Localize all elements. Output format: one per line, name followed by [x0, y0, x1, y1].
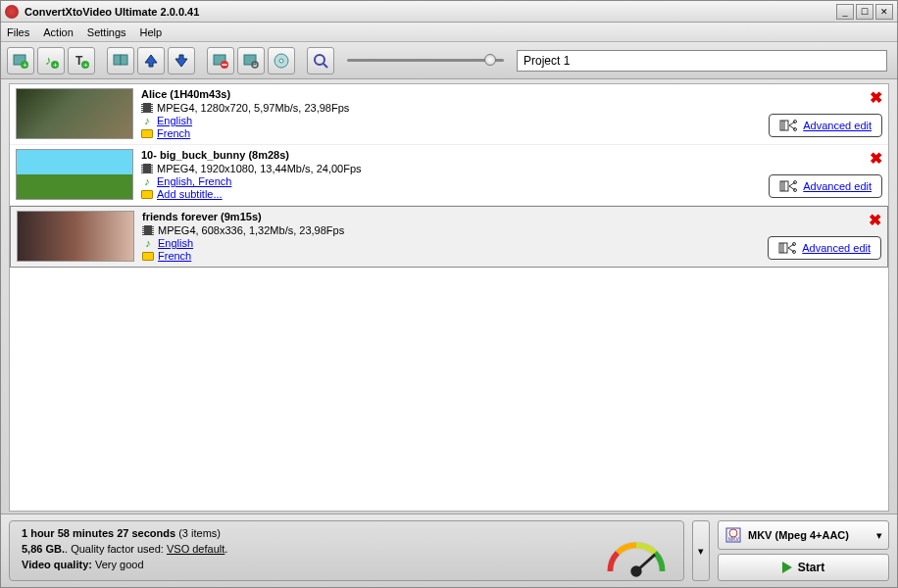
move-down-button[interactable]: [168, 47, 195, 74]
scissors-icon: [778, 241, 796, 255]
menu-files[interactable]: Files: [7, 26, 29, 38]
move-up-button[interactable]: [137, 47, 165, 74]
svg-point-34: [793, 251, 796, 254]
maximize-button[interactable]: ☐: [856, 4, 873, 20]
svg-rect-10: [121, 55, 127, 65]
video-info: MPEG4, 1280x720, 5,97Mb/s, 23,98Fps: [157, 102, 349, 114]
file-list: Alice (1H40m43s) MPEG4, 1280x720, 5,97Mb…: [9, 83, 889, 512]
remove-button[interactable]: [207, 47, 234, 74]
thumbnail: [16, 88, 133, 139]
svg-point-28: [794, 181, 797, 184]
quality-gauge: [599, 523, 674, 582]
svg-point-33: [793, 243, 796, 246]
project-name-input[interactable]: [517, 50, 887, 72]
format-icon: MKV: [724, 526, 742, 544]
remove-item-button[interactable]: ✖: [870, 151, 882, 167]
advanced-edit-label: Advanced edit: [803, 180, 872, 192]
menu-help[interactable]: Help: [140, 26, 163, 38]
slider-thumb[interactable]: [484, 54, 496, 66]
burn-button[interactable]: [268, 47, 295, 74]
format-label: MKV (Mpeg 4+AAC): [748, 529, 871, 541]
preview-button[interactable]: [307, 47, 334, 74]
settings-button[interactable]: [237, 47, 265, 74]
svg-text:+: +: [83, 61, 88, 70]
svg-point-23: [794, 121, 797, 123]
minimize-button[interactable]: _: [836, 4, 854, 20]
subtitle-link[interactable]: French: [158, 250, 191, 262]
expand-status-button[interactable]: ▾: [692, 520, 710, 581]
zoom-slider[interactable]: [347, 59, 504, 62]
svg-rect-9: [114, 55, 121, 65]
audio-icon: ♪: [141, 115, 153, 126]
advanced-edit-button[interactable]: Advanced edit: [768, 236, 881, 260]
list-item[interactable]: 10- big_buck_bunny (8m28s) MPEG4, 1920x1…: [10, 145, 888, 206]
subtitle-link[interactable]: Add subtitle...: [157, 188, 223, 200]
audio-link[interactable]: English: [158, 237, 193, 249]
film-icon: [142, 224, 154, 236]
remove-item-button[interactable]: ✖: [869, 213, 881, 228]
svg-line-19: [324, 64, 327, 68]
titlebar: ConvertXtoVideo Ultimate 2.0.0.41 _ ☐ ✕: [1, 1, 897, 23]
subtitle-icon: [142, 250, 154, 262]
item-title: Alice (1H40m43s): [141, 88, 761, 100]
video-info: MPEG4, 1920x1080, 13,44Mb/s, 24,00Fps: [157, 163, 362, 174]
film-icon: [141, 102, 153, 114]
list-item[interactable]: Alice (1H40m43s) MPEG4, 1280x720, 5,97Mb…: [10, 84, 888, 145]
video-info: MPEG4, 608x336, 1,32Mb/s, 23,98Fps: [158, 224, 344, 236]
film-icon: [141, 163, 153, 174]
svg-point-24: [794, 128, 797, 131]
scissors-icon: [779, 119, 797, 132]
item-title: friends forever (9m15s): [142, 211, 760, 222]
svg-text:♪: ♪: [45, 53, 52, 68]
subtitle-link[interactable]: French: [157, 127, 190, 139]
menubar: Files Action Settings Help: [1, 23, 897, 42]
play-icon: [782, 562, 792, 573]
menu-settings[interactable]: Settings: [87, 26, 126, 38]
quality-factor-text: . Quality factor used:: [65, 543, 167, 555]
video-quality-value: Very good: [92, 559, 144, 570]
item-title: 10- big_buck_bunny (8m28s): [141, 149, 761, 161]
svg-point-18: [315, 55, 324, 65]
audio-icon: ♪: [142, 237, 154, 249]
audio-link[interactable]: English: [157, 115, 192, 126]
total-duration: 1 hour 58 minutes 27 seconds: [22, 527, 175, 539]
svg-text:+: +: [53, 61, 58, 70]
start-button[interactable]: Start: [718, 554, 889, 581]
video-quality-label: Video quality:: [22, 559, 92, 570]
svg-point-17: [279, 59, 283, 63]
app-window: ConvertXtoVideo Ultimate 2.0.0.41 _ ☐ ✕ …: [0, 0, 898, 588]
item-count: (3 items): [175, 527, 221, 539]
list-item[interactable]: friends forever (9m15s) MPEG4, 608x336, …: [10, 206, 888, 268]
app-icon: [5, 5, 19, 19]
svg-rect-13: [223, 64, 227, 66]
advanced-edit-button[interactable]: Advanced edit: [769, 114, 882, 137]
add-video-button[interactable]: +: [7, 47, 34, 74]
toolbar: + ♪+ T+: [1, 42, 897, 79]
advanced-edit-button[interactable]: Advanced edit: [769, 174, 882, 198]
output-format-select[interactable]: MKV MKV (Mpeg 4+AAC) ▾: [718, 520, 889, 550]
subtitle-icon: [141, 127, 153, 139]
menu-action[interactable]: Action: [43, 26, 74, 38]
subtitle-icon: [141, 188, 153, 200]
advanced-edit-label: Advanced edit: [803, 120, 872, 131]
status-panel: 1 hour 58 minutes 27 seconds (3 items) 5…: [9, 520, 684, 581]
add-subtitle-button[interactable]: T+: [68, 47, 95, 74]
total-size: 5,86 GB.: [22, 543, 65, 555]
remove-item-button[interactable]: ✖: [870, 90, 882, 106]
add-audio-button[interactable]: ♪+: [37, 47, 65, 74]
thumbnail: [17, 211, 134, 262]
scissors-icon: [779, 179, 797, 193]
audio-link[interactable]: English, French: [157, 175, 231, 187]
svg-line-36: [636, 555, 655, 571]
close-button[interactable]: ✕: [875, 4, 893, 20]
quality-factor-link[interactable]: VSO default: [167, 543, 224, 555]
chevron-down-icon: ▾: [876, 529, 882, 542]
advanced-edit-label: Advanced edit: [802, 242, 871, 254]
audio-icon: ♪: [141, 175, 153, 187]
footer: 1 hour 58 minutes 27 seconds (3 items) 5…: [1, 514, 897, 587]
merge-button[interactable]: [107, 47, 134, 74]
window-title: ConvertXtoVideo Ultimate 2.0.0.41: [25, 6, 836, 18]
svg-rect-14: [244, 55, 256, 65]
start-label: Start: [798, 561, 824, 574]
thumbnail: [16, 149, 133, 200]
